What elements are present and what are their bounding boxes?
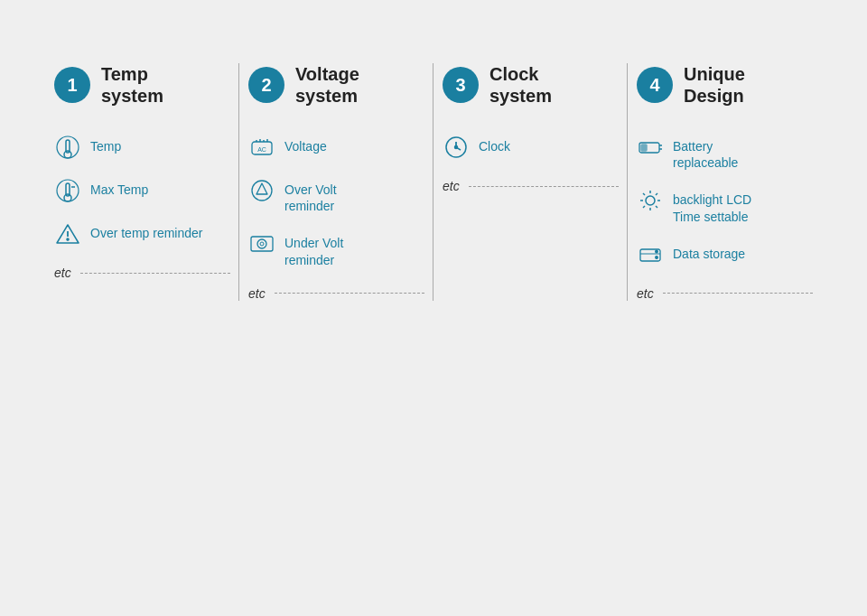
feature-text-1-1: Max Temp xyxy=(90,177,148,198)
feature-text-1-2: Over temp reminder xyxy=(90,220,202,241)
number-badge-2: 2 xyxy=(248,67,284,103)
feature-item-2-2: Under Voltreminder xyxy=(248,230,424,267)
svg-point-20 xyxy=(260,242,264,246)
svg-line-36 xyxy=(656,193,657,195)
feature-item-4-0: Batteryreplaceable xyxy=(637,134,813,171)
feature-list-1: TempMax TempOver temp reminder xyxy=(54,134,230,247)
column-header-1: 1Tempsystem xyxy=(54,63,230,107)
column-title-3: Clocksystem xyxy=(489,63,552,107)
battery-icon xyxy=(637,134,664,161)
etc-row-1: etc xyxy=(54,266,230,280)
etc-dots-2 xyxy=(275,293,424,294)
overvolt-icon xyxy=(248,177,275,204)
column-4: 4UniqueDesignBatteryreplaceablebacklight… xyxy=(628,63,822,301)
feature-text-2-0: Voltage xyxy=(284,134,327,154)
number-badge-3: 3 xyxy=(443,67,479,103)
feature-list-2: ACVoltageOver VoltreminderUnder Voltremi… xyxy=(248,134,424,268)
svg-line-34 xyxy=(643,193,645,195)
warning-icon xyxy=(54,220,81,247)
voltage-icon: AC xyxy=(248,134,275,161)
storage-icon xyxy=(637,241,664,268)
feature-item-1-0: Temp xyxy=(54,134,230,161)
column-3: 3ClocksystemClocketc xyxy=(434,63,628,301)
svg-point-40 xyxy=(656,250,657,252)
feature-text-2-1: Over Voltreminder xyxy=(284,177,337,214)
svg-rect-28 xyxy=(641,145,647,151)
svg-point-41 xyxy=(656,257,657,258)
feature-item-4-2: Data storage xyxy=(637,241,813,268)
etc-text-1: etc xyxy=(54,266,71,280)
column-title-1: Tempsystem xyxy=(101,63,163,107)
svg-point-9 xyxy=(67,238,69,240)
svg-point-0 xyxy=(64,151,71,158)
etc-row-2: etc xyxy=(248,286,424,301)
etc-text-3: etc xyxy=(443,179,460,193)
column-header-4: 4UniqueDesign xyxy=(637,63,813,107)
feature-list-3: Clock xyxy=(443,134,619,161)
column-2: 2VoltagesystemACVoltageOver Voltreminder… xyxy=(239,63,434,301)
columns-wrapper: 1TempsystemTempMax TempOver temp reminde… xyxy=(45,63,822,301)
feature-text-4-1: backlight LCDTime settable xyxy=(673,187,751,224)
etc-dots-1 xyxy=(80,273,230,274)
etc-dots-4 xyxy=(663,293,813,294)
etc-row-4: etc xyxy=(637,286,813,301)
column-title-4: UniqueDesign xyxy=(684,63,745,107)
page: 1TempsystemTempMax TempOver temp reminde… xyxy=(0,0,867,616)
feature-item-1-1: Max Temp xyxy=(54,177,230,204)
feature-text-3-0: Clock xyxy=(479,134,510,154)
thermometer-icon xyxy=(54,134,81,161)
svg-line-37 xyxy=(643,206,645,208)
undervolt-icon xyxy=(248,230,275,257)
feature-item-4-1: backlight LCDTime settable xyxy=(637,187,813,224)
feature-text-4-0: Batteryreplaceable xyxy=(673,134,738,171)
backlight-icon xyxy=(637,187,664,214)
svg-text:AC: AC xyxy=(257,146,266,153)
column-header-2: 2Voltagesystem xyxy=(248,63,424,107)
feature-text-2-2: Under Voltreminder xyxy=(284,230,343,267)
number-badge-1: 1 xyxy=(54,67,90,103)
column-header-3: 3Clocksystem xyxy=(443,63,619,107)
etc-text-4: etc xyxy=(637,286,654,301)
feature-item-2-0: ACVoltage xyxy=(248,134,424,161)
feature-list-4: Batteryreplaceablebacklight LCDTime sett… xyxy=(637,134,813,268)
column-title-2: Voltagesystem xyxy=(295,63,359,107)
svg-point-29 xyxy=(646,196,655,205)
column-1: 1TempsystemTempMax TempOver temp reminde… xyxy=(45,63,239,301)
thermometer-max-icon xyxy=(54,177,81,204)
etc-dots-3 xyxy=(469,186,619,187)
etc-text-2: etc xyxy=(248,286,266,301)
etc-row-3: etc xyxy=(443,179,619,193)
feature-text-4-2: Data storage xyxy=(673,241,745,262)
clock-icon xyxy=(443,134,470,161)
feature-item-3-0: Clock xyxy=(443,134,619,161)
feature-item-2-1: Over Voltreminder xyxy=(248,177,424,214)
feature-text-1-0: Temp xyxy=(90,134,121,154)
svg-line-35 xyxy=(656,206,657,208)
svg-point-19 xyxy=(257,239,266,248)
svg-point-24 xyxy=(455,146,458,149)
svg-point-3 xyxy=(64,194,71,201)
svg-marker-17 xyxy=(256,183,267,194)
number-badge-4: 4 xyxy=(637,67,673,103)
feature-item-1-2: Over temp reminder xyxy=(54,220,230,247)
